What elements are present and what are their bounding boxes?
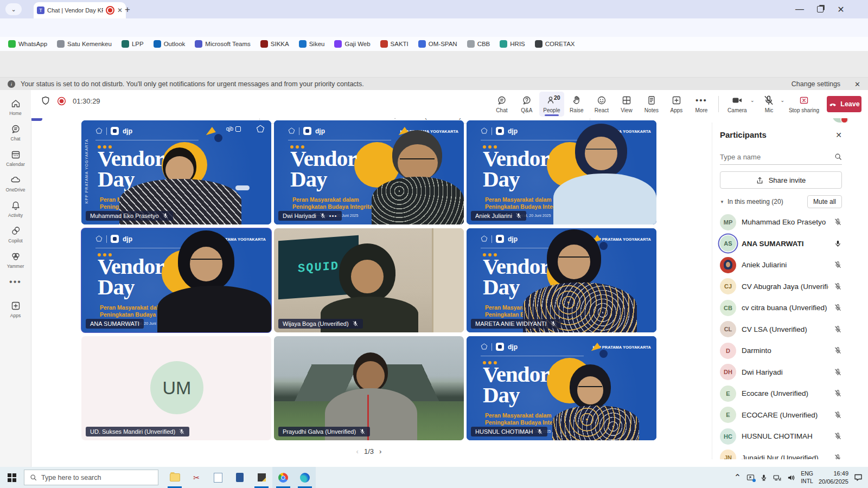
sidebar-item-onedrive[interactable]: OneDrive <box>0 171 31 196</box>
page-next-icon[interactable]: › <box>379 447 381 455</box>
tab-close-icon[interactable]: ✕ <box>117 7 123 14</box>
participant-row[interactable]: JN Junaidi Nur (Unverified) <box>720 447 842 460</box>
banner-close-icon[interactable]: ✕ <box>854 80 860 88</box>
mic-muted-icon[interactable] <box>834 389 842 397</box>
participant-row[interactable]: CL CV LSA (Unverified) <box>720 319 842 341</box>
qna-button[interactable]: Q&A <box>514 92 539 117</box>
window-close-button[interactable]: ✕ <box>831 0 851 18</box>
react-button[interactable]: React <box>589 92 614 117</box>
mic-muted-icon[interactable] <box>834 454 842 459</box>
bookmark-whatsapp[interactable]: WhatsApp <box>4 39 51 49</box>
bookmark-outlook[interactable]: Outlook <box>150 39 189 49</box>
mic-button[interactable]: Mic <box>756 92 781 117</box>
mute-all-button[interactable]: Mute all <box>807 195 842 208</box>
taskbar-calculator[interactable] <box>229 467 251 488</box>
mic-muted-icon[interactable] <box>834 346 842 355</box>
bookmark-sikeu[interactable]: Sikeu <box>295 39 329 49</box>
video-tile-aniek[interactable]: djp VendorDay Peran Masyarakat dalamPeni… <box>467 120 656 224</box>
mic-muted-icon[interactable] <box>834 411 842 419</box>
meeting-apps-button[interactable]: Apps <box>664 92 689 117</box>
tray-chevron-icon[interactable]: ⌃ <box>734 472 741 483</box>
bookmark-hris[interactable]: HRIS <box>496 39 528 49</box>
bookmark-microsoft-teams[interactable]: Microsoft Teams <box>191 39 254 49</box>
mic-muted-icon[interactable] <box>834 304 842 312</box>
video-tile-mareta[interactable]: djp VendorDay Peran Masyarakat dalamPeni… <box>467 228 656 332</box>
new-tab-button[interactable]: + <box>125 4 130 15</box>
video-tile-ana[interactable]: djp VendorDay Peran Masyarakat dalamPeni… <box>81 228 271 332</box>
mic-muted-icon[interactable] <box>834 325 842 333</box>
sidebar-item-home[interactable]: Home <box>0 94 31 120</box>
bookmark-sikka[interactable]: SIKKA <box>257 39 293 49</box>
mic-muted-icon[interactable] <box>834 282 842 291</box>
people-button[interactable]: 20 People <box>539 92 564 117</box>
chat-button[interactable]: Chat <box>489 92 514 117</box>
video-tile-husnul[interactable]: djp VendorDay Peran Masyarakat dalamPeni… <box>467 336 656 440</box>
participant-row[interactable]: Aniek Juliarini <box>720 254 842 276</box>
sidebar-more-icon[interactable]: ••• <box>0 273 31 291</box>
notification-center-icon[interactable] <box>854 473 863 481</box>
mic-muted-icon[interactable] <box>834 432 842 440</box>
camera-button[interactable]: Camera <box>723 92 751 117</box>
participant-row[interactable]: CB cv citra buana (Unverified) <box>720 297 842 319</box>
sidebar-item-chat[interactable]: Chat <box>0 120 31 145</box>
video-tile-prayudhi[interactable]: Prayudhi Galva (Unverified) <box>274 336 464 440</box>
window-minimize-button[interactable]: — <box>789 0 810 18</box>
participant-row[interactable]: D Darminto <box>720 340 842 362</box>
taskbar-chrome[interactable] <box>272 467 294 488</box>
window-restore-button[interactable] <box>810 0 831 18</box>
participant-row[interactable]: MP Muhammad Eko Prasetyo <box>720 211 842 233</box>
taskbar-search-input[interactable]: Type here to search <box>24 470 158 485</box>
taskbar-notepad[interactable] <box>207 467 229 488</box>
stop-sharing-button[interactable]: Stop sharing <box>787 92 821 117</box>
view-button[interactable]: View <box>614 92 639 117</box>
sidebar-item-copilot[interactable]: Copilot <box>0 222 31 247</box>
mic-active-icon[interactable] <box>834 240 842 248</box>
tray-clock[interactable]: 16:4920/06/2025 <box>819 470 848 485</box>
tray-language[interactable]: ENGINTL <box>801 470 813 484</box>
bookmark-om-span[interactable]: OM-SPAN <box>414 39 461 49</box>
bookmark-cbb[interactable]: CBB <box>463 39 494 49</box>
raise-hand-button[interactable]: Raise <box>564 92 589 117</box>
taskbar-sticky-notes[interactable] <box>251 467 272 488</box>
tray-mic-icon[interactable] <box>760 474 768 481</box>
bookmark-sakti[interactable]: SAKTI <box>376 39 412 49</box>
sidebar-item-calendar[interactable]: Calendar <box>0 145 31 171</box>
video-tile-muhammad[interactable]: djp VendorDay Peran Masyarakat dalamPeni… <box>81 120 271 224</box>
bookmark-satu-kemenkeu[interactable]: Satu Kemenkeu <box>53 39 116 49</box>
start-button[interactable] <box>0 467 24 488</box>
bookmark-coretax[interactable]: CORETAX <box>531 39 579 49</box>
in-meeting-section[interactable]: ▼ In this meeting (20) Mute all <box>720 195 842 208</box>
sidebar-item-apps[interactable]: Apps <box>0 297 31 322</box>
participant-row[interactable]: DH Dwi Hariyadi <box>720 362 842 383</box>
bookmark-gaji-web[interactable]: Gaji Web <box>330 39 374 49</box>
bookmark-lpp[interactable]: LPP <box>118 39 148 49</box>
taskbar-snipping-tool[interactable]: ✂ <box>186 467 207 488</box>
sidebar-item-activity[interactable]: Activity <box>0 196 31 222</box>
tray-volume-icon[interactable] <box>787 474 795 481</box>
leave-button[interactable]: Leave <box>827 96 861 112</box>
participants-search-input[interactable]: Type a name <box>720 149 842 165</box>
taskbar-edge[interactable] <box>294 467 316 488</box>
sidebar-item-yammer[interactable]: Yammer <box>0 247 31 273</box>
participant-row[interactable]: AS ANA SUMARWATI <box>720 233 842 255</box>
taskbar-file-explorer[interactable] <box>164 467 186 488</box>
participant-row[interactable]: E Ecocare (Unverified) <box>720 383 842 404</box>
panel-close-icon[interactable]: ✕ <box>835 131 842 139</box>
more-button[interactable]: ••• More <box>689 92 714 117</box>
video-tile-wijaya[interactable]: SQUID Wijaya Boga (Unverified) <box>274 228 464 332</box>
video-tile-ud-sukses[interactable]: UM UD. Sukses Mandiri (Unverified) <box>81 336 271 440</box>
tray-app-icon[interactable] <box>746 474 755 481</box>
share-invite-button[interactable]: Share invite <box>720 171 842 189</box>
browser-tab[interactable]: T Chat | Vendor Day KPP Prat ✕ <box>34 2 126 18</box>
notes-button[interactable]: Notes <box>639 92 664 117</box>
change-settings-link[interactable]: Change settings <box>792 80 840 88</box>
participant-row[interactable]: E ECOCARE (Unverified) <box>720 404 842 426</box>
video-tile-dwi[interactable]: djp VendorDay Peran Masyarakat dalamPeni… <box>274 120 464 224</box>
participant-row[interactable]: HC HUSNUL CHOTIMAH <box>720 426 842 447</box>
participant-row[interactable]: CJ CV Abugrah Jaya (Unverified) <box>720 276 842 298</box>
mic-muted-icon[interactable] <box>834 261 842 269</box>
tile-more-icon[interactable]: ••• <box>329 213 337 219</box>
page-prev-icon[interactable]: ‹ <box>356 447 359 455</box>
mic-muted-icon[interactable] <box>834 368 842 376</box>
mic-muted-icon[interactable] <box>834 218 842 226</box>
